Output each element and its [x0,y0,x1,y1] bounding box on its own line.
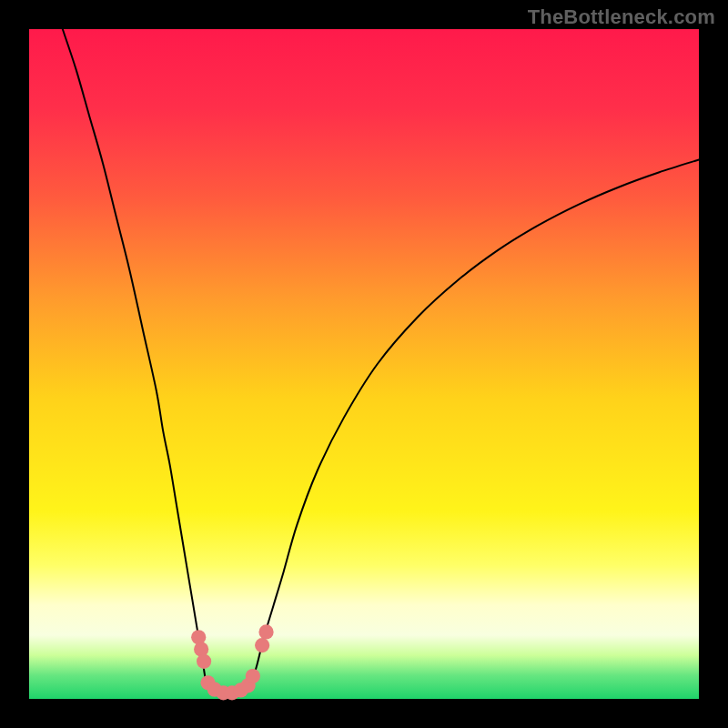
bottleneck-curve [63,29,699,694]
curve-layer [29,29,699,699]
data-marker [246,669,260,683]
plot-area [29,29,699,699]
data-marker [258,624,273,639]
data-marker [255,638,269,652]
watermark-text: TheBottleneck.com [528,5,715,29]
chart-stage: TheBottleneck.com [0,0,728,728]
data-marker [197,654,211,669]
